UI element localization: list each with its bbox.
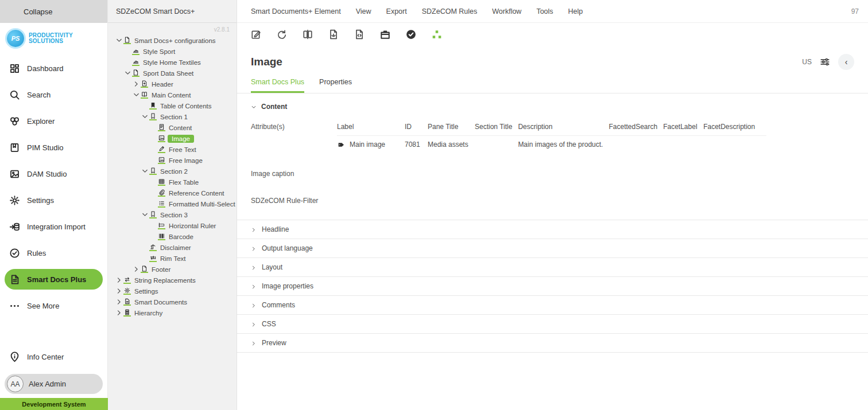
sidebar-item-settings[interactable]: Settings — [5, 190, 103, 210]
chevron-down-icon[interactable] — [141, 211, 149, 218]
refresh-icon[interactable] — [277, 29, 287, 40]
menu-help[interactable]: Help — [561, 7, 591, 15]
menu-sdzecom-rules[interactable]: SDZeCOM Rules — [414, 7, 485, 15]
notification-count[interactable]: 97 — [851, 7, 859, 15]
tree-item-horizontal-ruler[interactable]: Horizontal Ruler — [115, 220, 234, 231]
main-area: Smart Documents+ ElementViewExportSDZeCO… — [237, 0, 868, 410]
tree-item-section-2[interactable]: Section 2 — [115, 166, 234, 177]
tree-item-settings[interactable]: Settings — [115, 286, 234, 296]
tree-item-image[interactable]: Image — [115, 133, 234, 144]
chevron-down-icon[interactable] — [132, 91, 141, 99]
section-layout[interactable]: Layout — [237, 258, 868, 277]
section-comments[interactable]: Comments — [237, 296, 868, 315]
menu-tools[interactable]: Tools — [529, 7, 560, 15]
section-preview[interactable]: Preview — [237, 334, 868, 353]
attributes-row: Attribute(s) LabelIDPane TitleSection Ti… — [251, 123, 854, 151]
tab-smart-docs-plus[interactable]: Smart Docs Plus — [251, 78, 304, 93]
check-circle-icon[interactable] — [406, 29, 416, 40]
chevron-down-icon[interactable] — [123, 69, 132, 77]
sidebar-item-dam-studio[interactable]: DAM Studio — [5, 163, 103, 184]
sidebar-item-explorer[interactable]: Explorer — [5, 111, 103, 131]
menu-view[interactable]: View — [348, 7, 379, 15]
tree-item-formatted-multi-select[interactable]: Formatted Multi-Select — [115, 198, 234, 209]
sidebar-item-dashboard[interactable]: Dashboard — [5, 58, 103, 79]
tree-item-main-content[interactable]: Main Content — [115, 89, 234, 100]
chevron-right-icon — [251, 340, 257, 346]
tree-item-style-sport[interactable]: Style Sport — [115, 46, 234, 57]
attribute-row[interactable]: Main image7081Media assetsMain images of… — [337, 136, 766, 151]
sidebar-item-info-center[interactable]: Info Center — [5, 346, 103, 367]
menu-smart-documents-element[interactable]: Smart Documents+ Element — [251, 7, 348, 15]
field-labels: Image captionSDZeCOM Rule-Filter — [251, 170, 854, 205]
user-menu[interactable]: AA Alex Admin — [5, 374, 103, 394]
menu-workflow[interactable]: Workflow — [485, 7, 529, 15]
edit-icon[interactable] — [251, 29, 261, 40]
disclaimer-icon — [149, 244, 157, 251]
tree-item-rim-text[interactable]: Rim Text — [115, 253, 234, 264]
tree-item-free-text[interactable]: Free Text — [115, 144, 234, 155]
tree-indent — [141, 102, 149, 110]
chevron-right-icon[interactable] — [115, 298, 123, 306]
section-content-header[interactable]: Content — [251, 103, 854, 111]
tree-item-smart-docs-configurations[interactable]: Smart Docs+ configurations — [115, 35, 234, 46]
tree-item-content[interactable]: Content — [115, 122, 234, 133]
sidebar-item-search[interactable]: Search — [5, 84, 103, 105]
sidebar-nav: DashboardSearchExplorerPIM StudioDAM Stu… — [0, 53, 107, 319]
sitemap-icon[interactable] — [432, 29, 442, 40]
tree-item-flex-table[interactable]: Flex Table — [115, 177, 234, 188]
chevron-right-icon[interactable] — [132, 265, 141, 273]
integration-import-icon — [9, 221, 20, 232]
sidebar-item-label: Settings — [27, 196, 54, 205]
section-image-properties[interactable]: Image properties — [237, 277, 868, 296]
chevron-right-icon[interactable] — [115, 287, 123, 295]
locale-selector[interactable]: US — [802, 58, 812, 66]
chevron-right-icon[interactable] — [115, 309, 123, 317]
collapse-button[interactable]: Collapse — [0, 0, 107, 23]
avatar: AA — [7, 376, 24, 392]
tree-indent — [141, 255, 149, 262]
tree-item-barcode[interactable]: Barcode — [115, 231, 234, 242]
collapse-panel-button[interactable]: ‹ — [838, 54, 854, 70]
column-header: FacettedSearch — [609, 123, 663, 136]
sliders-icon[interactable] — [820, 57, 830, 67]
tree-item-free-image[interactable]: Free Image — [115, 155, 234, 166]
code-doc-icon[interactable] — [354, 29, 365, 40]
tree-item-style-home-textiles[interactable]: Style Home Textiles — [115, 57, 234, 68]
swap-icon — [123, 276, 131, 284]
tree-item-smart-documents[interactable]: Smart Documents — [115, 296, 234, 307]
sidebar-item-integration-import[interactable]: Integration Import — [5, 216, 103, 237]
chevron-down-icon[interactable] — [115, 37, 123, 44]
section-headline[interactable]: Headline — [237, 220, 868, 239]
tree-item-header[interactable]: Header — [115, 79, 234, 89]
tree-item-table-of-contents[interactable]: Table of Contents — [115, 100, 234, 111]
sidebar-item-pim-studio[interactable]: PIM Studio — [5, 137, 103, 158]
tab-properties[interactable]: Properties — [319, 78, 352, 93]
tree-item-hierarchy[interactable]: Hierarchy — [115, 307, 234, 318]
tree-item-sport-data-sheet[interactable]: Sport Data Sheet — [115, 68, 234, 79]
smart-docs-plus-icon — [9, 274, 20, 285]
sidebar-item-smart-docs-plus[interactable]: Smart Docs Plus — [5, 269, 103, 290]
tree-item-footer[interactable]: Footer — [115, 264, 234, 275]
menu-export[interactable]: Export — [379, 7, 414, 15]
brand-logo[interactable]: PS PRODUCTIVITY SOLUTIONS — [0, 23, 107, 53]
section-css[interactable]: CSS — [237, 315, 868, 334]
gear-icon — [123, 287, 131, 295]
tree-item-string-replacements[interactable]: String Replacements — [115, 275, 234, 286]
chevron-right-icon[interactable] — [115, 276, 123, 284]
tree-item-section-3[interactable]: Section 3 — [115, 209, 234, 220]
tree-item-reference-content[interactable]: Reference Content — [115, 188, 234, 198]
sidebar-item-label: Rules — [27, 249, 46, 257]
section-icon — [149, 113, 157, 120]
section-output-language[interactable]: Output language — [237, 239, 868, 258]
chevron-right-icon[interactable] — [132, 80, 141, 88]
tree-item-section-1[interactable]: Section 1 — [115, 111, 234, 122]
header-actions: US ‹ — [802, 54, 854, 70]
chevron-down-icon[interactable] — [141, 113, 149, 120]
briefcase-icon[interactable] — [380, 29, 390, 40]
tree-item-disclaimer[interactable]: Disclaimer — [115, 242, 234, 253]
sidebar-item-see-more[interactable]: See More — [5, 295, 103, 316]
chevron-down-icon[interactable] — [141, 167, 149, 175]
sidebar-item-rules[interactable]: Rules — [5, 243, 103, 263]
compare-book-icon[interactable] — [303, 29, 313, 40]
pdf-export-icon[interactable] — [328, 29, 339, 40]
